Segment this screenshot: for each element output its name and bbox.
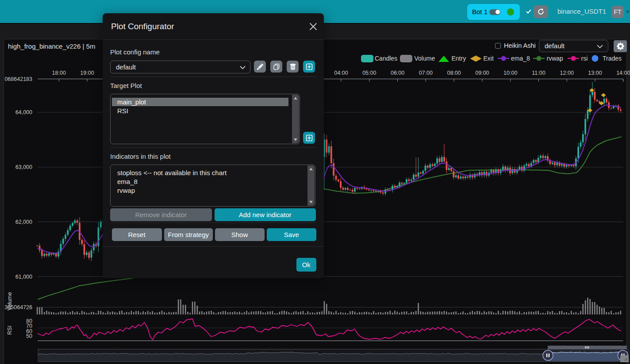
svg-text:18:00: 18:00 <box>52 70 66 76</box>
svg-text:50: 50 <box>26 333 32 339</box>
svg-text:14:00: 14:00 <box>616 70 630 76</box>
svg-text:13:00: 13:00 <box>588 70 602 76</box>
svg-text:61,000: 61,000 <box>15 274 32 280</box>
svg-text:Volume: Volume <box>7 292 13 310</box>
svg-text:63,000: 63,000 <box>15 164 32 170</box>
svg-text:64,000: 64,000 <box>15 109 32 115</box>
svg-text:06:00: 06:00 <box>391 70 404 76</box>
svg-text:05:00: 05:00 <box>362 70 376 76</box>
svg-text:11:00: 11:00 <box>532 70 545 76</box>
svg-text:09:00: 09:00 <box>475 70 489 76</box>
svg-text:10:00: 10:00 <box>503 70 517 76</box>
svg-text:62,000: 62,000 <box>15 219 32 225</box>
svg-text:RSI: RSI <box>7 326 13 335</box>
svg-text:08:00: 08:00 <box>447 70 461 76</box>
svg-text:12:00: 12:00 <box>560 70 574 76</box>
svg-text:07:00: 07:00 <box>419 70 433 76</box>
svg-text:068642183: 068642183 <box>4 76 32 82</box>
svg-text:19:00: 19:00 <box>80 70 94 76</box>
svg-text:04:00: 04:00 <box>334 70 348 76</box>
